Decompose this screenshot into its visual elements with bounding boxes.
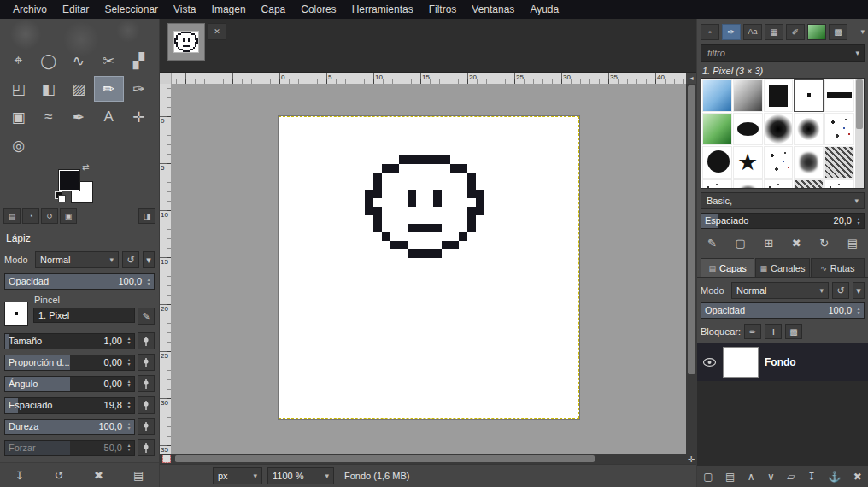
- slider-stepper[interactable]: ▴▾: [125, 334, 133, 349]
- brush-horizontal-bar[interactable]: [824, 79, 854, 112]
- tool-pencil[interactable]: ✏: [94, 76, 124, 102]
- swap-colors-icon[interactable]: ⇄: [82, 162, 89, 172]
- slider-stepper[interactable]: ▴▾: [125, 377, 133, 391]
- brush-grid-scrollbar[interactable]: [855, 79, 864, 188]
- menu-item-vista[interactable]: Vista: [166, 0, 203, 19]
- tool-zoom[interactable]: ◎: [3, 132, 33, 158]
- tool-ellipse-select[interactable]: ◯: [33, 48, 63, 73]
- edit-brush-button[interactable]: ✎: [138, 308, 155, 325]
- brushes-tab-icon[interactable]: ✑: [722, 24, 741, 40]
- menu-item-filtros[interactable]: Filtros: [421, 0, 465, 19]
- layer-row[interactable]: Fondo: [697, 343, 868, 381]
- canvas[interactable]: [279, 116, 579, 419]
- menu-item-ayuda[interactable]: Ayuda: [522, 0, 566, 19]
- tool-paintbrush[interactable]: ✑: [124, 76, 154, 102]
- brush-speckle-1[interactable]: [702, 179, 732, 189]
- tool-unified-transform[interactable]: ◰: [3, 76, 33, 102]
- tab-rutas[interactable]: ∿Rutas: [811, 258, 865, 277]
- brush-block[interactable]: [764, 79, 794, 112]
- ruler-corner[interactable]: [160, 73, 172, 84]
- menu-item-imagen[interactable]: Imagen: [204, 0, 254, 19]
- tool-align[interactable]: ⌖: [3, 48, 33, 73]
- slider-forzar[interactable]: Forzar50,0▴▾: [4, 440, 135, 456]
- lock-pixels-icon[interactable]: ✏: [744, 324, 761, 339]
- brush-gradient-blue[interactable]: [702, 79, 732, 112]
- restore-tool-preset-icon[interactable]: ↺: [55, 469, 64, 482]
- slider-dial-button-proporci-n-d[interactable]: [138, 354, 155, 371]
- tool-free-select[interactable]: ∿: [63, 48, 93, 73]
- slider-stepper[interactable]: ▴▾: [125, 398, 133, 413]
- tool-ink[interactable]: ✒: [63, 104, 93, 130]
- open-brush-as-image-icon[interactable]: ▤: [847, 237, 858, 249]
- slider-espaciado[interactable]: Espaciado19,8▴▾: [4, 397, 135, 414]
- paint-mode-dropdown[interactable]: Normal ▾: [35, 251, 119, 268]
- brush-speckle-2[interactable]: [764, 179, 794, 189]
- lock-position-icon[interactable]: ✛: [765, 324, 782, 339]
- reset-layer-mode-button[interactable]: ↺: [832, 282, 849, 299]
- mode-menu-button[interactable]: ▾: [143, 251, 155, 268]
- save-tool-preset-icon[interactable]: ↧: [15, 469, 25, 482]
- menu-item-seleccionar[interactable]: Seleccionar: [97, 0, 166, 19]
- dock-menu-icon[interactable]: ◨: [138, 208, 155, 224]
- tool-gradient[interactable]: ▨: [63, 76, 93, 102]
- brush-fuzzy-small[interactable]: [794, 113, 824, 145]
- anchor-layer-icon[interactable]: ⚓: [828, 471, 841, 483]
- menu-item-capa[interactable]: Capa: [254, 0, 294, 19]
- quickmask-toggle-button[interactable]: [160, 454, 173, 464]
- dock-menu-chevron-icon[interactable]: ▾: [860, 27, 865, 36]
- brush-sparks[interactable]: [824, 113, 854, 145]
- slider-dial-button-forzar[interactable]: [138, 439, 155, 456]
- opacity-slider[interactable]: Opacidad 100,0 ▴▾: [4, 273, 155, 290]
- active-brush-thumbnail[interactable]: [4, 302, 28, 326]
- device-status-tab-icon[interactable]: ◔: [22, 208, 39, 224]
- tool-bucket-fill[interactable]: ◧: [33, 76, 63, 102]
- slider-dial-button-dureza[interactable]: [138, 418, 155, 435]
- gradients-tab-icon[interactable]: [807, 24, 826, 40]
- slider-stepper[interactable]: ▴▾: [125, 420, 133, 434]
- brush-chalk[interactable]: [794, 146, 824, 179]
- brush-fuzzy-circle[interactable]: [764, 113, 794, 145]
- tool-text[interactable]: A: [94, 104, 124, 130]
- brush-texture[interactable]: [824, 146, 854, 179]
- tool-options-tab-icon[interactable]: ▤: [3, 208, 21, 224]
- slider-stepper[interactable]: ▴▾: [125, 441, 133, 455]
- brush-editor-tab-icon[interactable]: ▫: [701, 24, 719, 40]
- delete-brush-icon[interactable]: ✖: [792, 237, 801, 249]
- zoom-dropdown[interactable]: 1100 % ▾: [267, 467, 334, 484]
- slider-dial-button-ngulo[interactable]: [138, 375, 155, 392]
- horizontal-ruler[interactable]: 0510152025303540: [172, 73, 686, 84]
- brush-filter-input[interactable]: [706, 47, 855, 59]
- reset-tool-options-icon[interactable]: ▤: [133, 469, 144, 482]
- slider-dial-button-espaciado[interactable]: [138, 396, 155, 414]
- menu-item-herramientas[interactable]: Herramientas: [344, 0, 421, 19]
- palettes-tab-icon[interactable]: ▩: [829, 24, 847, 40]
- raise-layer-icon[interactable]: ∧: [748, 471, 755, 483]
- horizontal-scrollbar[interactable]: [173, 454, 685, 464]
- brush-pixel[interactable]: [794, 79, 824, 112]
- delete-tool-preset-icon[interactable]: ✖: [94, 469, 103, 482]
- tab-capas[interactable]: ▤Capas: [701, 258, 754, 277]
- reset-mode-button[interactable]: ↺: [122, 251, 139, 268]
- brush-star[interactable]: ★: [733, 146, 763, 179]
- horizontal-scrollbar-thumb[interactable]: [175, 455, 595, 462]
- layer-mode-dropdown[interactable]: Normal ▾: [731, 282, 829, 299]
- foreground-color-swatch[interactable]: [58, 169, 80, 191]
- brush-speckle-3[interactable]: [824, 179, 854, 189]
- document-history-tab-icon[interactable]: ✐: [786, 24, 805, 40]
- brush-preset-dropdown[interactable]: Basic, ▾: [701, 192, 865, 209]
- tab-canales[interactable]: ▦Canales: [755, 258, 809, 277]
- duplicate-layer-icon[interactable]: ▱: [787, 471, 795, 483]
- undo-history-tab-icon[interactable]: ↺: [41, 208, 58, 224]
- unit-dropdown[interactable]: px ▾: [213, 467, 262, 484]
- layer-opacity-slider[interactable]: Opacidad 100,0 ▴▾: [701, 302, 865, 319]
- slider-dial-button-tama-o[interactable]: [138, 332, 155, 349]
- brush-name-field[interactable]: 1. Pixel: [33, 308, 135, 323]
- slider-dureza[interactable]: Dureza100,0▴▾: [4, 419, 135, 435]
- slider-ngulo[interactable]: Ángulo0,00▴▾: [4, 376, 135, 392]
- patterns-tab-icon[interactable]: ▦: [765, 24, 783, 40]
- tool-scissors-select[interactable]: ✂: [94, 48, 124, 73]
- tool-crop[interactable]: ▞: [124, 48, 154, 73]
- slider-tama-o[interactable]: Tamaño1,00▴▾: [4, 333, 135, 349]
- new-layer-icon[interactable]: ▢: [703, 471, 713, 483]
- slider-stepper[interactable]: ▴▾: [125, 355, 133, 370]
